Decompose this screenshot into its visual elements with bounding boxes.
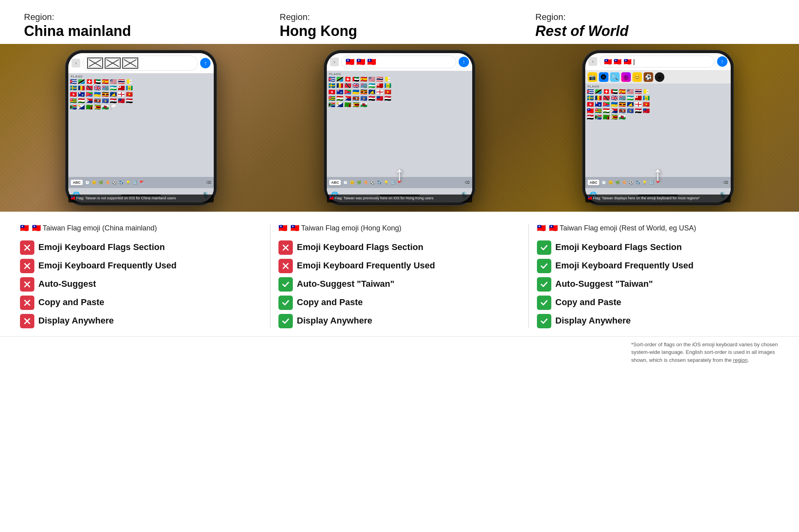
flag[interactable]: 🇿🇼 <box>611 114 618 120</box>
flag[interactable]: 🇦🇪 <box>611 89 618 94</box>
app-icon-1[interactable]: 📷 <box>588 72 597 82</box>
flag[interactable]: 🇹🇻 <box>102 85 109 91</box>
flag[interactable]: 🇿🇲 <box>86 104 93 110</box>
flag[interactable]: 🇹🇹 <box>86 85 93 91</box>
flag[interactable]: 🇻🇦 <box>643 89 650 94</box>
flag[interactable]: 🇪🇷 <box>344 89 351 95</box>
flag[interactable]: 🇬🇧 <box>352 83 359 88</box>
app-icon-6[interactable]: ⚽ <box>644 72 653 82</box>
flag[interactable]: 🇹🇫 <box>78 91 85 97</box>
emoji-objects[interactable]: 💡 <box>126 181 130 185</box>
delete-key-world[interactable]: ⌫ <box>723 181 728 185</box>
flag[interactable]: 🇹🇯 <box>336 95 343 101</box>
flag[interactable]: 🇹🇰 <box>627 101 634 107</box>
app-icon-5[interactable]: 😊 <box>632 72 642 82</box>
flag[interactable]: 🇹🇻 <box>619 95 626 101</box>
flag[interactable]: 🇺🇦 <box>94 91 101 97</box>
send-button-china[interactable]: ↑ <box>200 58 211 68</box>
app-icon-4[interactable]: ◎ <box>621 72 631 82</box>
flag[interactable]: 🇪🇸 <box>619 89 626 94</box>
flag[interactable]: 🇿🇼 <box>352 102 359 107</box>
flag[interactable]: 🇾🇪 <box>384 95 391 101</box>
flag[interactable]: 🇻🇨 <box>126 85 133 91</box>
flag[interactable]: 🇧🇶 <box>336 102 343 107</box>
flag[interactable]: 🇹🇯 <box>78 98 85 103</box>
flag[interactable]: 🏴󠁧󠁢󠁥󠁮󠁧󠁿 <box>635 101 642 107</box>
flag[interactable]: 🇿🇦 <box>595 114 602 120</box>
emoji-face[interactable]: 😊 <box>92 181 96 185</box>
emoji-recent[interactable]: 🕐 <box>85 181 89 185</box>
flag[interactable]: 🇹🇫 <box>336 89 343 95</box>
app-icon-2[interactable]: 🅐 <box>599 72 608 82</box>
flag[interactable]: 🇺🇲 <box>627 89 634 94</box>
emoji-activity-hk[interactable]: ⚽ <box>370 181 375 185</box>
emoji-symbols[interactable]: 🔣 <box>133 181 137 185</box>
delete-key-hk[interactable]: ⌫ <box>465 181 470 185</box>
flag[interactable]: 🇽🇰 <box>627 108 634 113</box>
flag[interactable]: 🇹🇬 <box>595 108 602 113</box>
flag[interactable]: 🏳️ <box>110 104 117 110</box>
flag[interactable]: 🇻🇳 <box>643 101 650 107</box>
flag[interactable]: 🇸🇾 <box>635 108 642 113</box>
flag[interactable]: 🇹🇯 <box>603 108 610 113</box>
flag[interactable]: 🇹🇿 <box>336 76 343 82</box>
flag[interactable]: 🇻🇨 <box>384 83 391 88</box>
flag[interactable]: 🇦🇪 <box>352 76 359 82</box>
abc-key-hk[interactable]: ABC <box>329 180 341 185</box>
flag[interactable]: 🏴󠁧󠁢󠁷󠁬󠁳󠁿 <box>360 102 367 107</box>
flag[interactable]: 🇹🇴 <box>635 95 642 101</box>
flag[interactable]: 🇹🇼 <box>587 108 594 113</box>
flag[interactable]: 🇾🇪 <box>587 114 594 120</box>
flag[interactable]: 🇿🇦 <box>70 104 77 110</box>
flag[interactable]: 🇹🇳 <box>328 89 335 95</box>
flag[interactable]: 🇻🇳 <box>126 91 133 97</box>
flag[interactable]: 🇹🇳 <box>70 91 77 97</box>
flag[interactable]: 🇨🇺 <box>328 76 335 82</box>
flag[interactable]: 🇼🇸 <box>643 108 650 113</box>
emoji-travel-hk[interactable]: ✈️ <box>377 181 382 185</box>
flag[interactable]: 🇸🇿 <box>619 108 626 113</box>
flag[interactable]: 🇹🇴 <box>376 83 383 88</box>
emoji-flags[interactable]: 🚩 <box>139 181 144 185</box>
emoji-food-world[interactable]: 🍕 <box>622 181 626 185</box>
flag[interactable]: 🇼🇸 <box>118 98 125 103</box>
emoji-nature[interactable]: 🌿 <box>99 181 103 185</box>
flag[interactable]: 🇨🇭 <box>603 89 610 94</box>
flag[interactable]: 🇻🇳 <box>384 89 391 95</box>
send-button-hk[interactable]: ↑ <box>459 57 469 67</box>
flag[interactable]: 🇺🇬 <box>102 91 109 97</box>
flag[interactable]: 🇺🇬 <box>360 89 367 95</box>
flag[interactable]: 🇸🇾 <box>368 95 375 101</box>
flag[interactable]: 🏴󠁧󠁢󠁥󠁮󠁧󠁿 <box>376 89 383 95</box>
flag[interactable]: 🇨🇺 <box>70 79 77 84</box>
flag[interactable]: 🇨🇭 <box>344 76 351 82</box>
flag[interactable]: 🇨🇺 <box>587 89 594 94</box>
send-button-world[interactable]: ↑ <box>717 56 727 67</box>
flag[interactable]: 🇺🇦 <box>352 89 359 95</box>
emoji-nature-hk[interactable]: 🌿 <box>357 181 361 185</box>
flag[interactable]: 🇹🇭 <box>118 79 125 84</box>
emoji-objects-hk[interactable]: 💡 <box>384 181 388 185</box>
flag[interactable]: 🇻🇦 <box>126 79 133 84</box>
flag[interactable]: 🇺🇿 <box>368 83 375 88</box>
flag[interactable]: 🇸🇪 <box>70 85 77 91</box>
flag[interactable]: 🇨🇭 <box>86 79 93 84</box>
flag[interactable]: 🇸🇽 <box>344 95 351 101</box>
flag[interactable]: 🇬🇧 <box>611 95 618 101</box>
delete-key[interactable]: ⌫ <box>206 181 211 185</box>
flag[interactable]: 🇹🇰 <box>368 89 375 95</box>
flag[interactable]: 🇹🇳 <box>587 101 594 107</box>
flag[interactable]: 🇹🇬 <box>328 95 335 101</box>
flag[interactable]: 🇺🇿 <box>110 85 117 91</box>
flag[interactable]: 🇹🇬 <box>70 98 77 103</box>
flag[interactable]: 🇹🇹 <box>344 83 351 88</box>
flag[interactable]: 🇪🇷 <box>603 101 610 107</box>
flag[interactable]: 🇹🇩 <box>78 85 85 91</box>
flag[interactable]: 🇺🇦 <box>611 101 618 107</box>
flag[interactable]: 🏴󠁧󠁢󠁥󠁮󠁧󠁿 <box>118 91 125 97</box>
flag[interactable]: 🏴󠁧󠁢󠁷󠁬󠁳󠁿 <box>102 104 109 110</box>
flag[interactable]: 🇹🇹 <box>603 95 610 101</box>
flag[interactable]: 🇹🇩 <box>336 83 343 88</box>
flag[interactable]: 🇹🇴 <box>118 85 125 91</box>
flag[interactable]: 🇦🇪 <box>94 79 101 84</box>
